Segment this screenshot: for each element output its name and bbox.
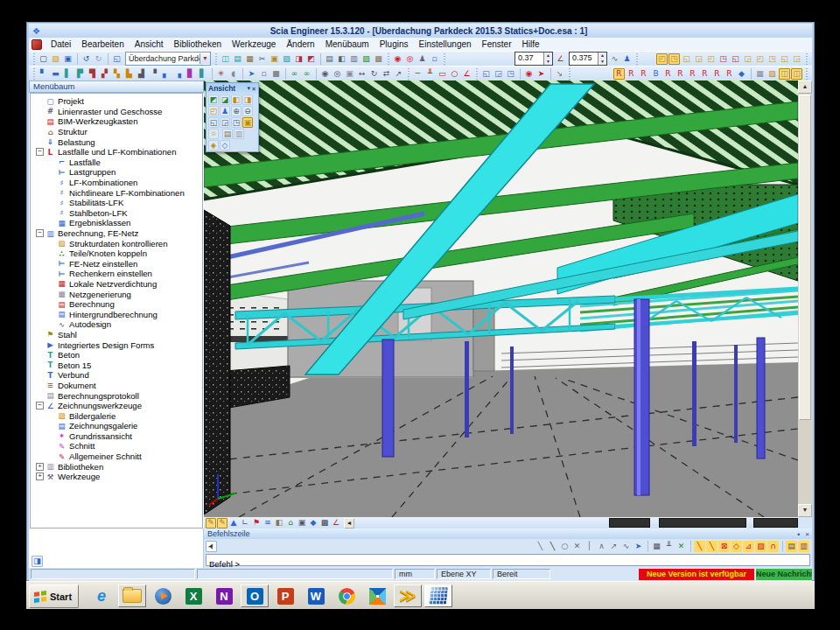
view-preset-10-button[interactable]: ◳ [766, 53, 778, 65]
tree-item[interactable]: ♯Stabilitäts-LFK [31, 198, 202, 208]
draw-circle-button[interactable]: ○ [449, 68, 460, 80]
spin-down-icon[interactable]: ▼ [544, 59, 552, 65]
tree-item[interactable]: ∿Autodesign [31, 319, 202, 330]
result-stress-button[interactable]: R [675, 68, 686, 80]
expand-icon[interactable]: + [36, 472, 44, 480]
view-preset-6-button[interactable]: ◳ [718, 53, 729, 65]
view-preset-2-button[interactable]: ◳ [668, 53, 680, 65]
ortho-toggle-button[interactable]: ╨ [663, 541, 675, 552]
copy-button[interactable]: ▣ [269, 53, 280, 65]
draw-line-button[interactable]: ─ [412, 68, 424, 80]
picture-gallery-button[interactable]: ▨ [360, 53, 372, 65]
toolbar-grip[interactable] [568, 68, 571, 80]
news-alert[interactable]: Neue Nachrichten [756, 569, 812, 580]
load-panel-tool-button[interactable]: ▟ [136, 68, 147, 80]
draw-perpendicular-button[interactable]: ╨ [424, 68, 436, 80]
snap-cross-button[interactable]: ✕ [571, 541, 583, 552]
redo-button[interactable]: ↻ [93, 53, 104, 65]
tree-item[interactable]: TBeton 15 [31, 360, 202, 370]
toolbar-grip[interactable] [214, 53, 218, 65]
toolbar-grip[interactable] [635, 53, 639, 65]
result-chart-button[interactable]: ∠ [331, 518, 341, 528]
result-reactions-button[interactable]: R [626, 68, 637, 80]
tree-item[interactable]: ▦Ergebnisklassen [31, 218, 202, 228]
menu-werkzeuge[interactable]: Werkzeuge [227, 38, 281, 51]
toolbar-grip[interactable] [805, 68, 808, 80]
tree-item[interactable]: TBeton [31, 350, 202, 360]
user-scale-button[interactable]: ♟ [621, 53, 633, 65]
project-combobox[interactable]: Überdachung Parkde▼ [125, 52, 211, 66]
tree-item[interactable]: ✎Allgemeiner Schnitt [31, 452, 202, 462]
taskbar-app-file-explorer[interactable] [118, 584, 146, 607]
menu-hilfe[interactable]: Hilfe [516, 38, 544, 51]
start-button[interactable]: Start [29, 584, 79, 608]
result-3d-button[interactable]: ◆ [736, 68, 747, 80]
tree-item[interactable]: ▤BIM-Werkzeugkasten [31, 116, 202, 127]
dark-mode-button[interactable]: ▩ [319, 518, 330, 528]
open-project-button[interactable]: ▨ [50, 53, 61, 65]
calculator-button[interactable]: ◉ [392, 53, 403, 65]
photo-view-button[interactable]: ▥ [234, 129, 244, 139]
view-preset-11-button[interactable]: ◱ [779, 53, 790, 65]
perspective-button[interactable]: ◇ [220, 140, 230, 150]
menu-men-baum[interactable]: Menübaum [320, 38, 374, 51]
update-alert[interactable]: Neue Version ist verfügbar [639, 569, 754, 580]
pointer-mode-button[interactable]: ➤ [206, 541, 217, 552]
toolbar-grip[interactable] [387, 53, 390, 65]
taskbar-app-word[interactable]: W [302, 584, 330, 607]
paste-button[interactable]: ▧ [281, 53, 292, 65]
menu-bibliotheken[interactable]: Bibliotheken [169, 38, 227, 51]
levels-button[interactable]: ▤ [232, 53, 243, 65]
window-cascade-button[interactable]: ◲ [493, 68, 504, 80]
tree-item[interactable]: ▧Strukturdaten kontrollieren [31, 238, 202, 248]
snap-axis-button[interactable]: │ [584, 541, 595, 552]
project-data-button[interactable]: ◫ [220, 53, 231, 65]
opening-tool-button[interactable]: ▞ [99, 68, 110, 80]
tree-item[interactable]: −▥Berechnung, FE-Netz [31, 228, 202, 239]
menu-datei[interactable]: Datei [46, 38, 76, 51]
snap-tangent-button[interactable]: ▨ [755, 541, 766, 552]
axon-view-4-button[interactable]: ◨ [242, 94, 253, 105]
search-named-button[interactable]: ◎ [332, 68, 343, 80]
axon-view-2-button[interactable]: ◪ [220, 94, 230, 105]
node-tool-button[interactable]: ▘ [38, 68, 49, 80]
walk-view-button[interactable]: ♟ [220, 106, 230, 116]
copy-add-button[interactable]: ▣ [344, 68, 355, 80]
tree-item[interactable]: −LLastfälle und LF-Kombinationen [31, 147, 202, 158]
snap-node-button[interactable]: ⊠ [718, 541, 730, 552]
snap-intersection-button[interactable]: ◇ [731, 541, 742, 552]
collapse-icon[interactable]: − [36, 402, 44, 410]
tendon-tool-button[interactable]: ▗ [172, 68, 184, 80]
scroll-left-button[interactable]: ◄ [344, 518, 354, 528]
column-tool-button[interactable]: ▌ [62, 68, 74, 80]
tree-item[interactable]: ▨Bildergalerie [31, 410, 202, 421]
arc-mode-button[interactable]: ◖ [228, 68, 239, 80]
tree-item[interactable]: ⌐Lastfälle [31, 158, 202, 168]
menu-bearbeiten[interactable]: Bearbeiten [76, 38, 129, 51]
result-combined-button[interactable]: R [724, 68, 735, 80]
expand-icon[interactable]: + [36, 463, 44, 471]
value-spinner-2[interactable]: 0.375▲▼ [569, 52, 607, 66]
view-preset-9-button[interactable]: ◰ [754, 53, 766, 65]
scale-angle-button[interactable]: ∠ [555, 53, 566, 65]
tree-item[interactable]: ▤Berechnungsprotokoll [31, 390, 202, 401]
deselect-button[interactable]: ■ [270, 68, 282, 80]
support-tool-button[interactable]: ▋ [197, 68, 208, 80]
export-view-button[interactable]: ↘ [554, 68, 565, 80]
snap-midpoint-button[interactable]: ╲ [694, 541, 705, 552]
haunch-tool-button[interactable]: ▙ [123, 68, 135, 80]
view-preset-7-button[interactable]: ◱ [730, 53, 741, 65]
wall-tool-button[interactable]: ▜ [87, 68, 98, 80]
tree-item[interactable]: ▢Projekt [31, 96, 202, 107]
draw-rectangle-button[interactable]: ▭ [437, 68, 448, 80]
window-new-button[interactable]: ◳ [505, 68, 516, 80]
stretch-button[interactable]: ↗ [393, 68, 404, 80]
clip-tool-2-button[interactable]: ✎ [217, 518, 228, 528]
snap-peak-button[interactable]: ∧ [596, 541, 607, 552]
axon-view-1-button[interactable]: ◩ [208, 94, 219, 105]
zoom-find-button[interactable]: ◎ [404, 53, 416, 65]
zoom-window-button[interactable]: ◱ [208, 117, 219, 128]
tree-item[interactable]: ♯Stahlbeton-LFK [31, 208, 202, 219]
snap-orthogonal-button[interactable]: ⊿ [743, 541, 754, 552]
curve-scale-button[interactable]: ∿ [609, 53, 620, 65]
